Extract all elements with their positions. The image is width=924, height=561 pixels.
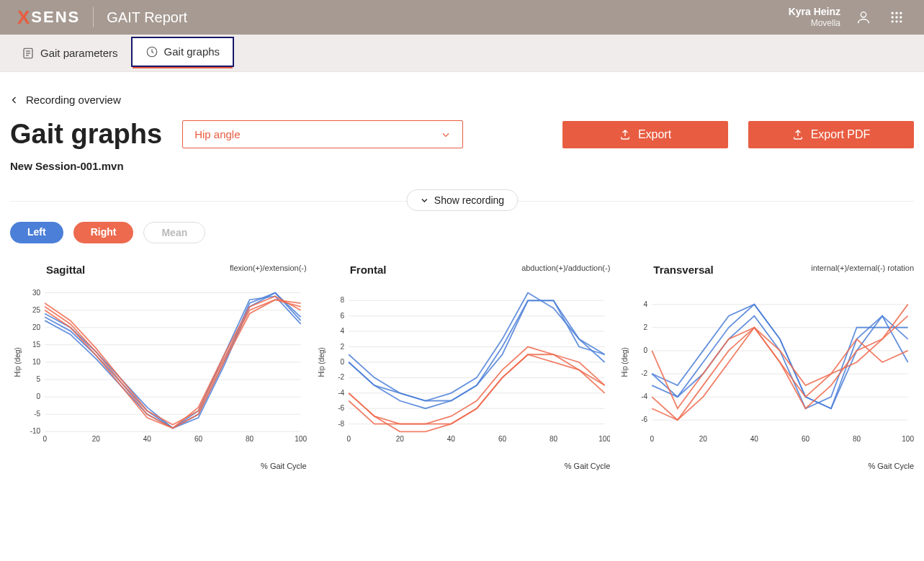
svg-text:0: 0: [346, 435, 351, 443]
tab-graphs-label: Gait graphs: [164, 45, 220, 58]
chart-frontal: abduction(+)/adduction(-)Frontal-8-6-4-2…: [314, 264, 611, 470]
svg-text:Hip (deg): Hip (deg): [318, 347, 326, 377]
svg-text:0: 0: [42, 435, 47, 443]
upload-icon: [792, 129, 804, 140]
svg-text:4: 4: [644, 300, 648, 308]
svg-text:25: 25: [32, 306, 41, 314]
svg-text:2: 2: [340, 343, 344, 351]
export-pdf-button[interactable]: Export PDF: [748, 121, 914, 148]
svg-text:80: 80: [550, 435, 558, 443]
logo: XSENS: [17, 6, 80, 29]
tab-gait-parameters[interactable]: Gait parameters: [9, 40, 131, 67]
svg-text:-6: -6: [338, 404, 344, 412]
svg-text:20: 20: [395, 435, 404, 443]
svg-text:40: 40: [750, 435, 759, 443]
svg-text:20: 20: [699, 435, 708, 443]
header-title: GAIT Report: [107, 9, 187, 26]
pill-mean[interactable]: Mean: [143, 222, 205, 243]
svg-text:40: 40: [143, 435, 152, 443]
export-pdf-label: Export PDF: [811, 128, 871, 141]
tab-parameters-label: Gait parameters: [40, 47, 118, 59]
user-name: Kyra Heinz: [789, 6, 840, 18]
chevron-down-icon: [420, 196, 429, 205]
svg-text:0: 0: [650, 435, 655, 443]
svg-text:60: 60: [802, 435, 810, 443]
pill-right[interactable]: Right: [73, 222, 134, 243]
show-recording-label: Show recording: [434, 194, 504, 206]
chart-sagittal: flexion(+)/extension(-)Sagittal-10-50510…: [10, 264, 307, 470]
tab-gait-graphs[interactable]: Gait graphs: [131, 37, 235, 67]
svg-text:100: 100: [598, 435, 610, 443]
chart-xlabel: % Gait Cycle: [10, 462, 307, 470]
export-label: Export: [638, 128, 671, 141]
logo-x-mark: X: [17, 6, 31, 29]
svg-point-6: [900, 16, 902, 18]
svg-point-0: [861, 12, 866, 17]
svg-text:80: 80: [246, 435, 254, 443]
user-box: Kyra Heinz Movella: [789, 6, 840, 28]
tab-bar: Gait parameters Gait graphs: [0, 35, 924, 72]
svg-text:-5: -5: [34, 410, 40, 418]
user-company: Movella: [789, 18, 840, 28]
page-title: Gait graphs: [10, 119, 162, 150]
angle-select[interactable]: Hip angle: [182, 120, 463, 148]
profile-icon[interactable]: [853, 7, 874, 27]
app-header: XSENS GAIT Report Kyra Heinz Movella: [0, 0, 924, 35]
series-filter-pills: Left Right Mean: [10, 222, 914, 243]
chart-plot-area: -10-5051015202530020406080100Hip (deg): [10, 279, 307, 459]
svg-text:-4: -4: [338, 389, 344, 397]
svg-text:-8: -8: [338, 420, 344, 428]
back-link[interactable]: Recording overview: [10, 94, 914, 106]
svg-text:5: 5: [37, 375, 41, 383]
svg-point-2: [895, 12, 897, 14]
svg-text:-6: -6: [642, 416, 648, 423]
svg-point-3: [900, 12, 902, 14]
svg-text:20: 20: [92, 435, 101, 443]
svg-text:100: 100: [295, 435, 306, 443]
svg-text:0: 0: [644, 346, 648, 354]
apps-grid-icon[interactable]: [887, 7, 907, 27]
svg-point-4: [892, 16, 894, 18]
svg-text:8: 8: [340, 296, 344, 304]
svg-text:15: 15: [32, 341, 41, 349]
svg-point-7: [892, 20, 894, 22]
clock-icon: [145, 45, 158, 58]
chart-subtitle: flexion(+)/extension(-): [230, 264, 307, 272]
chart-subtitle: abduction(+)/adduction(-): [521, 264, 610, 272]
chart-transversal: internal(+)/external(-) rotationTransver…: [617, 264, 914, 470]
select-value: Hip angle: [194, 128, 240, 140]
svg-text:80: 80: [853, 435, 861, 443]
pill-left[interactable]: Left: [10, 222, 63, 243]
svg-text:6: 6: [340, 312, 344, 320]
svg-text:0: 0: [340, 358, 344, 366]
svg-text:2: 2: [644, 323, 648, 331]
svg-text:100: 100: [902, 435, 914, 443]
chevron-down-icon: [441, 130, 451, 140]
svg-text:40: 40: [447, 435, 455, 443]
chart-plot-area: -8-6-4-202468020406080100Hip (deg): [314, 279, 611, 459]
svg-text:4: 4: [340, 327, 344, 335]
svg-point-8: [895, 20, 897, 22]
export-button[interactable]: Export: [562, 121, 728, 148]
svg-text:Hip (deg): Hip (deg): [14, 347, 22, 377]
svg-text:-2: -2: [338, 373, 344, 381]
section-divider: Show recording: [10, 201, 914, 202]
svg-point-9: [900, 20, 902, 22]
svg-text:60: 60: [498, 435, 507, 443]
chart-xlabel: % Gait Cycle: [617, 462, 914, 470]
show-recording-toggle[interactable]: Show recording: [406, 189, 518, 211]
chart-subtitle: internal(+)/external(-) rotation: [811, 264, 914, 272]
logo-text: SENS: [31, 8, 80, 27]
chart-xlabel: % Gait Cycle: [314, 462, 611, 470]
svg-text:-10: -10: [30, 427, 41, 435]
header-divider: [93, 7, 94, 27]
svg-text:20: 20: [32, 323, 41, 331]
back-label: Recording overview: [26, 94, 121, 106]
session-label: New Session-001.mvn: [10, 160, 914, 172]
svg-text:60: 60: [194, 435, 203, 443]
chart-plot-area: -6-4-2024020406080100Hip (deg): [617, 279, 914, 459]
svg-point-1: [892, 12, 894, 14]
list-icon: [22, 47, 35, 60]
svg-text:10: 10: [32, 358, 41, 366]
upload-icon: [619, 129, 631, 140]
